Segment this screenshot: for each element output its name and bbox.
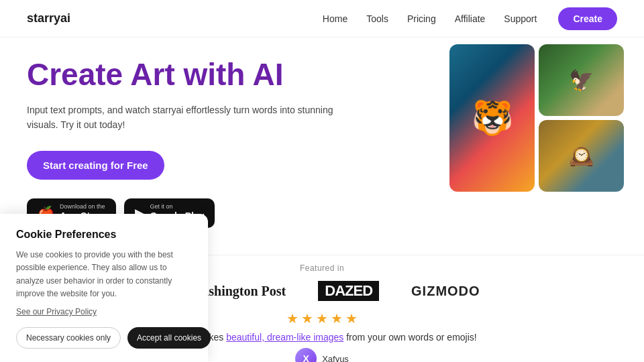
star-4: ★ (331, 310, 343, 326)
nav-home[interactable]: Home (323, 13, 347, 24)
owl-illustration: 🦅 (539, 44, 624, 116)
accept-cookies-button[interactable]: Accept all cookies (127, 327, 211, 349)
dazed-logo: DAZED (318, 281, 379, 301)
logo: starryai (27, 11, 70, 25)
hero-images: 🐯 🦅 🕰️ (449, 44, 624, 192)
nav-pricing[interactable]: Pricing (407, 13, 436, 24)
reviewer-name: Xafyus (322, 354, 349, 363)
avatar: X (295, 348, 317, 362)
create-button[interactable]: Create (558, 7, 617, 30)
app-store-sublabel: Download on the (60, 204, 105, 210)
review-text: The ai makes beautiful, dream-like image… (167, 332, 476, 343)
reviewer-info: X Xafyus (295, 348, 349, 362)
star-1: ★ (286, 310, 299, 326)
review-row: The ai makes beautiful, dream-like image… (167, 332, 476, 343)
hero-description: Input text prompts, and watch starryai e… (27, 103, 335, 133)
nav-support[interactable]: Support (504, 13, 537, 24)
clock-illustration: 🕰️ (539, 120, 624, 192)
owl-image: 🦅 (539, 44, 624, 116)
featured-logos: The Washington Post DAZED GIZMODO (164, 281, 480, 301)
star-2: ★ (301, 310, 313, 326)
tiger-image: 🐯 (449, 44, 535, 192)
star-5: ★ (345, 310, 358, 326)
tiger-illustration: 🐯 (449, 44, 535, 192)
cookie-title: Cookie Preferences (16, 229, 192, 241)
hero-content: Create Art with AI Input text prompts, a… (27, 58, 335, 228)
start-creating-button[interactable]: Start creating for Free (27, 151, 164, 180)
review-stars: ★ ★ ★ ★ ★ (286, 310, 358, 326)
review-text-after: from your own words or emojis! (343, 332, 476, 343)
hero-section: Create Art with AI Input text prompts, a… (0, 38, 644, 228)
nav-tools[interactable]: Tools (366, 13, 388, 24)
cookie-banner: Cookie Preferences We use cookies to pro… (0, 214, 208, 362)
star-3: ★ (316, 310, 328, 326)
cookie-buttons: Necessary cookies only Accept all cookie… (16, 327, 192, 349)
privacy-policy-link[interactable]: See our Privacy Policy (16, 307, 192, 316)
featured-label: Featured in (300, 263, 344, 273)
hero-title: Create Art with AI (27, 58, 335, 92)
navbar: starryai Home Tools Pricing Affiliate Su… (0, 0, 644, 38)
gizmodo-logo: GIZMODO (411, 284, 480, 299)
nav-affiliate[interactable]: Affiliate (455, 13, 486, 24)
nav-links: Home Tools Pricing Affiliate Support (323, 13, 537, 25)
review-highlight: beautiful, dream-like images (226, 332, 343, 343)
cookie-description: We use cookies to provide you with the b… (16, 249, 192, 300)
clock-image: 🕰️ (539, 120, 624, 192)
necessary-cookies-button[interactable]: Necessary cookies only (16, 327, 121, 349)
google-play-sublabel: Get it on (150, 204, 205, 210)
